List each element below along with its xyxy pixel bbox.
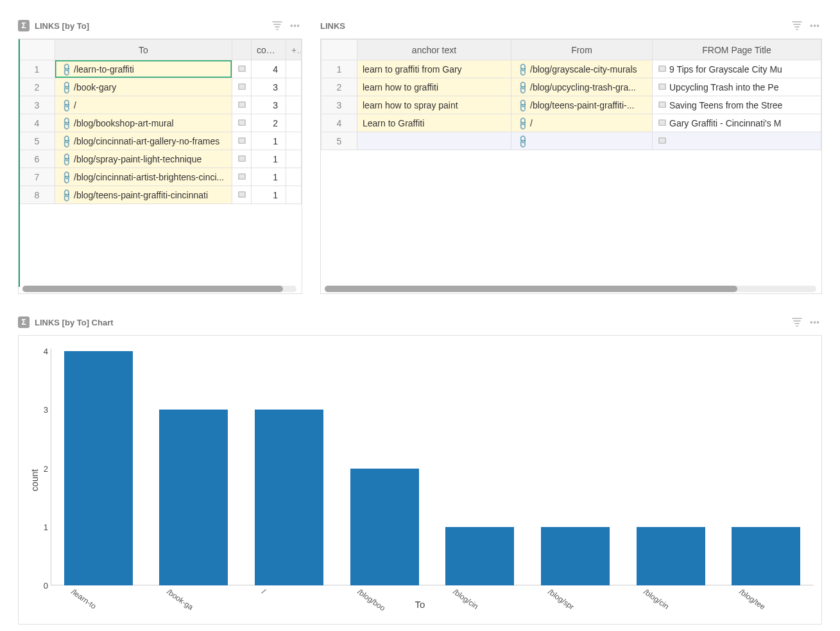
cell-count[interactable]: 1: [252, 150, 286, 168]
expand-icon[interactable]: [232, 78, 252, 96]
table-row[interactable]: 5🔗: [321, 132, 821, 150]
chart-bar[interactable]: [445, 527, 514, 585]
cell-anchor[interactable]: Learn to Graffiti: [357, 114, 511, 132]
column-header-rownum[interactable]: [19, 40, 55, 60]
svg-rect-50: [660, 140, 665, 141]
expand-icon[interactable]: [232, 114, 252, 132]
cell-count[interactable]: 3: [252, 78, 286, 96]
table-row[interactable]: 4🔗/blog/bookshop-art-mural2: [19, 114, 302, 132]
svg-rect-37: [660, 85, 665, 85]
column-header-expand[interactable]: [232, 40, 252, 60]
filter-icon[interactable]: [790, 315, 804, 329]
cell-plus[interactable]: [286, 96, 302, 114]
svg-rect-17: [239, 139, 244, 139]
expand-icon[interactable]: [232, 150, 252, 168]
chart-bar[interactable]: [732, 527, 800, 585]
cell-page-title[interactable]: Gary Graffiti - Cincinnati's M: [653, 114, 821, 132]
table-row[interactable]: 7🔗/blog/cincinnati-artist-brightens-cinc…: [19, 168, 302, 186]
table-row[interactable]: 3learn how to spray paint🔗/blog/teens-pa…: [321, 96, 821, 114]
table-row[interactable]: 3🔗/3: [19, 96, 302, 114]
cell-to[interactable]: 🔗/blog/teens-paint-graffiti-cincinnati: [55, 186, 232, 204]
cell-page-title[interactable]: 9 Tips for Grayscale City Mu: [653, 60, 821, 78]
link-icon: 🔗: [59, 98, 74, 113]
column-header-to[interactable]: To: [55, 40, 232, 60]
cell-count[interactable]: 3: [252, 96, 286, 114]
cell-to[interactable]: 🔗/blog/spray-paint-light-technique: [55, 150, 232, 168]
expand-icon[interactable]: [232, 96, 252, 114]
chart-bar[interactable]: [637, 527, 705, 585]
cell-to[interactable]: 🔗/blog/cincinnati-artist-brightens-cinci…: [55, 168, 232, 186]
svg-rect-11: [239, 105, 244, 106]
expand-icon[interactable]: [232, 60, 252, 78]
link-icon: 🔗: [59, 188, 74, 203]
table-row[interactable]: 2🔗/book-gary3: [19, 78, 302, 96]
cell-anchor[interactable]: [357, 132, 511, 150]
cell-count[interactable]: 2: [252, 114, 286, 132]
cell-plus[interactable]: [286, 114, 302, 132]
cell-page-title[interactable]: Upcycling Trash into the Pe: [653, 78, 821, 96]
column-header-add[interactable]: +: [286, 40, 302, 60]
table-row[interactable]: 6🔗/blog/spray-paint-light-technique1: [19, 150, 302, 168]
cell-plus[interactable]: [286, 78, 302, 96]
column-header-from[interactable]: From: [511, 40, 653, 60]
cell-to[interactable]: 🔗/learn-to-graffiti: [55, 60, 232, 78]
column-header-rownum[interactable]: [321, 40, 357, 60]
cell-plus[interactable]: [286, 132, 302, 150]
svg-rect-10: [239, 104, 244, 105]
cell-plus[interactable]: [286, 60, 302, 78]
chart-bar[interactable]: [255, 410, 323, 585]
table-row[interactable]: 2learn how to graffiti🔗/blog/upcycling-t…: [321, 78, 821, 96]
cell-plus[interactable]: [286, 150, 302, 168]
cell-to[interactable]: 🔗/: [55, 96, 232, 114]
cell-count[interactable]: 1: [252, 186, 286, 204]
cell-page-title[interactable]: Saving Teens from the Stree: [653, 96, 821, 114]
x-tick: /blog/boo: [356, 587, 386, 613]
table-row[interactable]: 1learn to graffiti from Gary🔗/blog/grays…: [321, 60, 821, 78]
cell-to[interactable]: 🔗/book-gary: [55, 78, 232, 96]
cell-from[interactable]: 🔗: [511, 132, 653, 150]
expand-icon[interactable]: [232, 186, 252, 204]
cell-from[interactable]: 🔗/blog/upcycling-trash-gra...: [511, 78, 653, 96]
cell-count[interactable]: 4: [252, 60, 286, 78]
expand-icon[interactable]: [232, 168, 252, 186]
cell-to[interactable]: 🔗/blog/bookshop-art-mural: [55, 114, 232, 132]
svg-rect-13: [239, 121, 244, 121]
table-row[interactable]: 1🔗/learn-to-graffiti4: [19, 60, 302, 78]
cell-anchor[interactable]: learn how to graffiti: [357, 78, 511, 96]
row-number: 5: [321, 132, 357, 150]
cell-page-title[interactable]: [653, 132, 821, 150]
cell-anchor[interactable]: learn to graffiti from Gary: [357, 60, 511, 78]
cell-plus[interactable]: [286, 186, 302, 204]
chart-bar[interactable]: [159, 410, 228, 585]
filter-icon[interactable]: [790, 19, 804, 33]
chart-bar[interactable]: [350, 469, 419, 586]
cell-count[interactable]: 1: [252, 168, 286, 186]
table-row[interactable]: 4Learn to Graffiti🔗/Gary Graffiti - Cinc…: [321, 114, 821, 132]
table-row[interactable]: 5🔗/blog/cincinnati-art-gallery-no-frames…: [19, 132, 302, 150]
table-row[interactable]: 8🔗/blog/teens-paint-graffiti-cincinnati1: [19, 186, 302, 204]
cell-from[interactable]: 🔗/blog/teens-paint-graffiti-...: [511, 96, 653, 114]
more-icon[interactable]: [808, 19, 822, 33]
link-icon: 🔗: [515, 62, 530, 77]
column-header-count[interactable]: count: [252, 40, 286, 60]
link-icon: 🔗: [515, 134, 530, 149]
horizontal-scrollbar[interactable]: [22, 286, 296, 292]
cell-from[interactable]: 🔗/: [511, 114, 653, 132]
cell-to[interactable]: 🔗/blog/cincinnati-art-gallery-no-frames: [55, 132, 232, 150]
chart-bar[interactable]: [64, 351, 133, 585]
filter-icon[interactable]: [270, 19, 284, 33]
expand-icon[interactable]: [232, 132, 252, 150]
x-axis-label: To: [415, 599, 425, 610]
cell-anchor[interactable]: learn how to spray paint: [357, 96, 511, 114]
more-icon[interactable]: [288, 19, 302, 33]
y-tick: 4: [33, 347, 48, 356]
cell-count[interactable]: 1: [252, 132, 286, 150]
chart-bar[interactable]: [541, 527, 610, 585]
svg-rect-22: [239, 158, 244, 159]
horizontal-scrollbar[interactable]: [325, 286, 816, 292]
cell-plus[interactable]: [286, 168, 302, 186]
column-header-anchor[interactable]: anchor text: [357, 40, 511, 60]
column-header-page-title[interactable]: FROM Page Title: [653, 40, 821, 60]
more-icon[interactable]: [808, 315, 822, 329]
cell-from[interactable]: 🔗/blog/grayscale-city-murals: [511, 60, 653, 78]
